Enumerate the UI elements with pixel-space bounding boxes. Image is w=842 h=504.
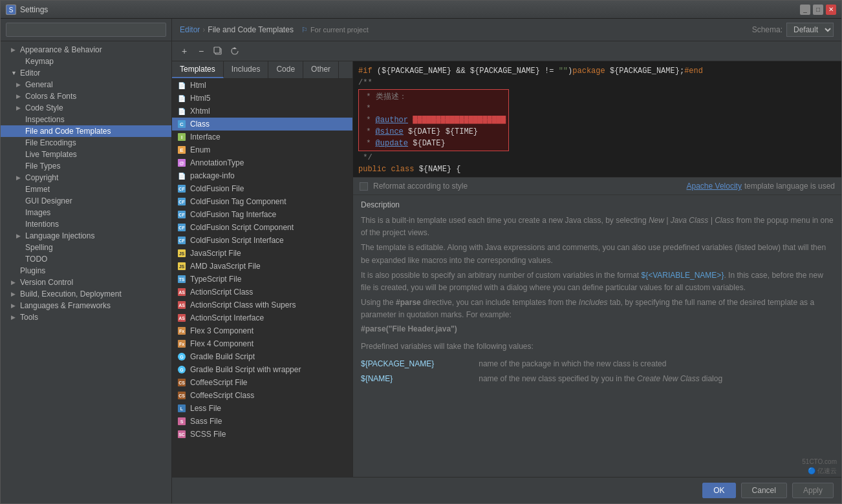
file-item-html[interactable]: 📄 Html	[172, 79, 352, 92]
tab-other[interactable]: Other	[303, 61, 339, 78]
apply-button[interactable]: Apply	[792, 483, 834, 498]
file-item-ts[interactable]: TS TypeScript File	[172, 273, 352, 286]
sidebar-item-images[interactable]: Images	[1, 207, 171, 218]
file-item-js[interactable]: JS JavaScript File	[172, 247, 352, 260]
sidebar-item-tools[interactable]: ▶ Tools	[1, 311, 171, 323]
file-item-interface[interactable]: I Interface	[172, 131, 352, 143]
sidebar-item-editor[interactable]: ▼ Editor	[1, 67, 171, 79]
sidebar-item-copyright[interactable]: ▶ Copyright	[1, 172, 171, 184]
reset-button[interactable]	[228, 44, 242, 58]
sidebar-item-inspections[interactable]: Inspections	[1, 114, 171, 125]
file-item-coffeescript[interactable]: CS CoffeeScript File	[172, 376, 352, 389]
apache-velocity-link[interactable]: Apache Velocity	[687, 182, 742, 191]
sidebar-item-file-code-templates[interactable]: File and Code Templates	[1, 125, 171, 137]
tab-includes[interactable]: Includes	[224, 61, 269, 78]
arrow-icon: ▶	[16, 93, 23, 100]
sidebar-item-languages-frameworks[interactable]: ▶ Languages & Frameworks	[1, 300, 171, 311]
schema-label: Schema:	[752, 25, 783, 34]
sidebar-item-file-encodings[interactable]: File Encodings	[1, 137, 171, 149]
svg-text:I: I	[181, 134, 182, 140]
sidebar-item-file-types[interactable]: File Types	[1, 160, 171, 172]
code-line-8: */	[358, 152, 836, 163]
gradle-icon: G	[177, 352, 186, 361]
sidebar-item-code-style[interactable]: ▶ Code Style	[1, 102, 171, 114]
sidebar-item-version-control[interactable]: ▶ Version Control	[1, 277, 171, 288]
sidebar-item-intentions[interactable]: Intentions	[1, 218, 171, 230]
ok-button[interactable]: OK	[702, 483, 735, 498]
interface-icon: I	[177, 132, 186, 142]
svg-text:CF: CF	[178, 226, 185, 230]
tab-templates[interactable]: Templates	[172, 61, 224, 78]
file-item-label: SCSS File	[190, 430, 226, 439]
cancel-button[interactable]: Cancel	[741, 483, 787, 498]
sidebar-item-label: Editor	[20, 68, 40, 78]
svg-rect-3	[214, 47, 220, 53]
file-item-coldfusion-tag[interactable]: CF ColdFusion Tag Component	[172, 195, 352, 208]
search-input[interactable]	[6, 23, 166, 37]
file-item-coldfusion-script-interface[interactable]: CF ColdFusion Script Interface	[172, 234, 352, 247]
file-item-coldfusion-tag-interface[interactable]: CF ColdFusion Tag Interface	[172, 208, 352, 221]
file-item-label: Sass File	[190, 417, 222, 426]
sidebar-item-plugins[interactable]: Plugins	[1, 265, 171, 277]
file-item-coldfusion-file[interactable]: CF ColdFusion File	[172, 182, 352, 195]
sidebar-item-spelling[interactable]: Spelling	[1, 242, 171, 253]
sidebar-item-build-execution[interactable]: ▶ Build, Execution, Deployment	[1, 288, 171, 300]
file-item-as-class-supers[interactable]: AS ActionScript Class with Supers	[172, 299, 352, 311]
sidebar-item-general[interactable]: ▶ General	[1, 79, 171, 90]
file-item-flex4[interactable]: Fx Flex 4 Component	[172, 337, 352, 350]
title-bar: S Settings _ □ ✕	[1, 1, 841, 19]
close-button[interactable]: ✕	[826, 5, 836, 15]
package-icon: 📄	[177, 171, 186, 180]
sidebar-item-colors-fonts[interactable]: ▶ Colors & Fonts	[1, 90, 171, 102]
description-section: Description This is a built-in template …	[353, 195, 841, 477]
file-item-coffeescript-class[interactable]: CS CoffeeScript Class	[172, 389, 352, 402]
file-item-coldfusion-script[interactable]: CF ColdFusion Script Component	[172, 221, 352, 234]
svg-text:CF: CF	[178, 200, 185, 204]
arrow-icon: ▶	[16, 233, 23, 239]
sidebar-item-gui-designer[interactable]: GUI Designer	[1, 195, 171, 207]
file-item-annotation[interactable]: @ AnnotationType	[172, 156, 352, 169]
file-item-package-info[interactable]: 📄 package-info	[172, 169, 352, 182]
file-item-less[interactable]: L Less File	[172, 402, 352, 415]
sidebar-item-appearance[interactable]: ▶ Appearance & Behavior	[1, 44, 171, 56]
file-item-xhtml[interactable]: 📄 Xhtml	[172, 105, 352, 118]
amd-js-icon: JS	[177, 262, 186, 271]
toolbar: + −	[172, 41, 841, 61]
remove-button[interactable]: −	[194, 44, 208, 58]
sidebar-item-emmet[interactable]: Emmet	[1, 184, 171, 195]
file-item-enum[interactable]: E Enum	[172, 143, 352, 156]
sidebar-item-todo[interactable]: TODO	[1, 253, 171, 265]
reformat-label: Reformat according to style	[373, 182, 468, 191]
file-item-label: Flex 4 Component	[190, 339, 254, 348]
reset-icon	[230, 47, 239, 56]
ts-icon: TS	[177, 275, 186, 284]
file-item-label: CoffeeScript File	[190, 378, 247, 387]
tabs-bar: Templates Includes Code Other	[172, 61, 352, 79]
arrow-icon: ▶	[11, 302, 17, 309]
file-item-class[interactable]: C Class	[172, 118, 352, 131]
file-item-html5[interactable]: 📄 Html5	[172, 92, 352, 105]
file-item-gradle[interactable]: G Gradle Build Script	[172, 350, 352, 363]
sidebar-item-live-templates[interactable]: Live Templates	[1, 149, 171, 160]
file-item-sass[interactable]: S Sass File	[172, 415, 352, 428]
copy-button[interactable]	[211, 44, 225, 58]
coffee-class-icon: CS	[177, 391, 186, 400]
minimize-button[interactable]: _	[800, 5, 810, 15]
file-item-amd-js[interactable]: JS AMD JavaScript File	[172, 260, 352, 273]
maximize-button[interactable]: □	[813, 5, 823, 15]
add-button[interactable]: +	[177, 44, 191, 58]
file-item-as-interface[interactable]: AS ActionScript Interface	[172, 311, 352, 324]
reformat-checkbox[interactable]	[360, 182, 368, 191]
arrow-icon: ▶	[16, 81, 23, 88]
file-item-as-class[interactable]: AS ActionScript Class	[172, 286, 352, 299]
schema-select[interactable]: Default	[786, 23, 834, 37]
sidebar-item-language-injections[interactable]: ▶ Language Injections	[1, 230, 171, 242]
code-editor[interactable]: #if (${PACKAGE_NAME} && ${PACKAGE_NAME} …	[353, 61, 841, 178]
file-item-scss[interactable]: SC SCSS File	[172, 428, 352, 441]
file-item-label: ColdFusion Tag Interface	[190, 210, 276, 219]
breadcrumb-editor[interactable]: Editor	[180, 25, 200, 34]
tab-code[interactable]: Code	[268, 61, 303, 78]
file-item-gradle-wrapper[interactable]: G Gradle Build Script with wrapper	[172, 363, 352, 376]
file-item-flex3[interactable]: Fx Flex 3 Component	[172, 324, 352, 337]
sidebar-item-keymap[interactable]: Keymap	[1, 56, 171, 67]
